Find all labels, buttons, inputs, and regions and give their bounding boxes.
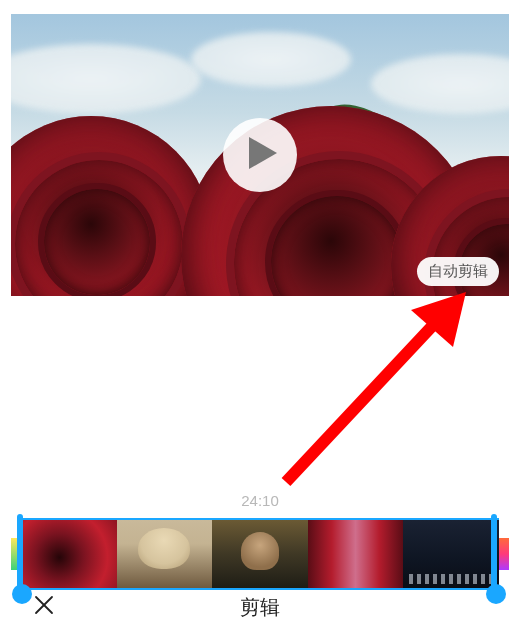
svg-line-0: [286, 322, 436, 482]
play-icon: [243, 137, 277, 173]
close-button[interactable]: [33, 594, 55, 620]
page-title: 剪辑: [11, 594, 509, 621]
timeline-thumb: [308, 520, 404, 588]
timeline[interactable]: [11, 518, 509, 590]
auto-edit-label: 自动剪辑: [428, 262, 488, 279]
svg-marker-1: [411, 292, 466, 347]
timeline-strip[interactable]: [21, 518, 499, 590]
trim-handle-left[interactable]: [13, 514, 33, 594]
annotation-arrow-icon: [261, 292, 471, 492]
play-button[interactable]: [223, 118, 297, 192]
auto-edit-button[interactable]: 自动剪辑: [417, 257, 499, 286]
timeline-thumb: [403, 520, 499, 588]
timeline-thumb: [212, 520, 308, 588]
timeline-thumb: [21, 520, 117, 588]
trim-handle-right[interactable]: [487, 514, 507, 594]
video-preview: 自动剪辑: [11, 14, 509, 296]
bottom-bar: 剪辑: [11, 590, 509, 624]
close-icon: [33, 602, 55, 619]
duration-label: 24:10: [11, 492, 509, 509]
timeline-thumb: [117, 520, 213, 588]
